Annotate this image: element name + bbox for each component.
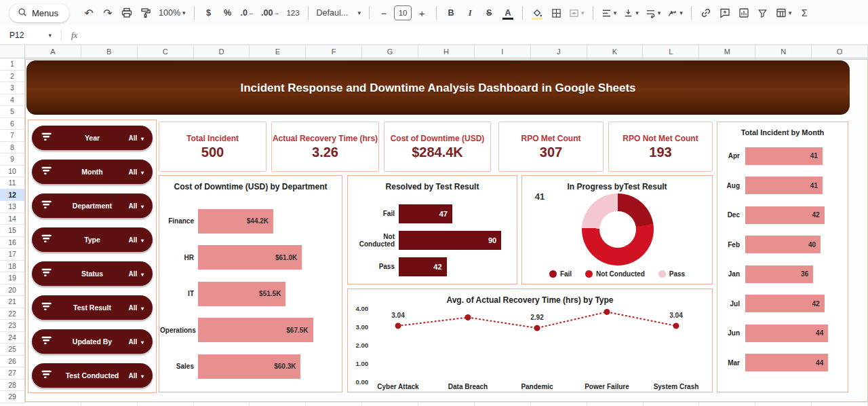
row-header-3[interactable]: 3 (0, 82, 25, 94)
column-header-E[interactable]: E (250, 45, 306, 58)
paint-format-button[interactable] (137, 4, 155, 22)
column-header-L[interactable]: L (643, 45, 699, 58)
kpi-card-actual-recovery-time-hrs-[interactable]: Actual Recovery Time (hrs)3.26 (271, 122, 379, 172)
horizontal-align-button[interactable]: ▾ (599, 4, 620, 22)
row-header-20[interactable]: 20 (0, 284, 25, 297)
filter-all-dropdown[interactable]: All ▾ (128, 372, 144, 380)
format-currency-button[interactable]: $ (200, 4, 218, 22)
row-header-28[interactable]: 28 (0, 380, 25, 392)
increase-decimal-button[interactable]: .00→ (258, 4, 282, 22)
filter-all-dropdown[interactable]: All ▾ (128, 270, 144, 278)
name-box[interactable]: P12 ▾ (0, 31, 58, 40)
column-header-C[interactable]: C (138, 45, 194, 58)
column-header-M[interactable]: M (699, 45, 755, 58)
merge-cells-button[interactable]: ▾ (566, 4, 587, 22)
column-header-B[interactable]: B (81, 45, 138, 58)
format-percent-button[interactable]: % (219, 4, 237, 22)
redo-button[interactable]: ↷ (99, 4, 117, 22)
kpi-card-cost-of-downtime-usd-[interactable]: Cost of Downtime (USD)$284.4K (384, 122, 491, 172)
filter-all-dropdown[interactable]: All ▾ (128, 338, 144, 346)
filter-all-dropdown[interactable]: All ▾ (128, 134, 144, 142)
column-header-K[interactable]: K (587, 45, 644, 58)
print-button[interactable] (118, 4, 136, 22)
filter-all-dropdown[interactable]: All ▾ (128, 236, 144, 244)
insert-chart-button[interactable] (735, 4, 753, 22)
row-header-13[interactable]: 13 (0, 201, 25, 213)
filter-pill-test-conducted[interactable]: Test ConductedAll ▾ (32, 363, 153, 388)
font-size-input[interactable]: 10 (394, 5, 412, 20)
filter-pill-status[interactable]: StatusAll ▾ (32, 261, 153, 286)
row-header-11[interactable]: 11 (0, 177, 25, 189)
row-header-23[interactable]: 23 (0, 320, 25, 332)
column-header-A[interactable]: A (25, 45, 81, 58)
number-format-button[interactable]: 123 (283, 4, 302, 22)
insert-link-button[interactable] (697, 4, 715, 22)
insert-comment-button[interactable] (716, 4, 734, 22)
menus-button[interactable]: Menus (9, 4, 69, 22)
filter-all-dropdown[interactable]: All ▾ (128, 168, 144, 176)
text-rotation-button[interactable]: A ▾ (665, 4, 686, 22)
strikethrough-button[interactable]: S (480, 4, 498, 22)
decrease-decimal-button[interactable]: .0← (238, 4, 257, 22)
select-all-corner[interactable] (0, 45, 25, 58)
row-header-16[interactable]: 16 (0, 237, 25, 249)
column-header-H[interactable]: H (418, 45, 475, 58)
borders-button[interactable] (547, 4, 565, 22)
incident-by-month-chart[interactable]: Total Incident by Month Apr41Aug41Dec42F… (717, 122, 848, 392)
row-header-17[interactable]: 17 (0, 248, 25, 261)
column-header-J[interactable]: J (531, 45, 587, 58)
column-header-F[interactable]: F (306, 45, 362, 58)
row-header-14[interactable]: 14 (0, 213, 25, 225)
column-header-N[interactable]: N (755, 45, 812, 58)
increase-font-size-button[interactable]: + (413, 4, 431, 22)
in-progress-donut-chart[interactable]: In Progress byTest Result 38 90 41 FailN… (521, 175, 713, 284)
font-select[interactable]: Defaul...▾ (314, 4, 364, 22)
column-header-D[interactable]: D (194, 45, 250, 58)
row-header-27[interactable]: 27 (0, 367, 25, 380)
fill-color-button[interactable] (528, 4, 546, 22)
decrease-font-size-button[interactable]: − (375, 4, 393, 22)
row-header-4[interactable]: 4 (0, 94, 25, 107)
row-header-8[interactable]: 8 (0, 142, 25, 154)
filter-all-dropdown[interactable]: All ▾ (128, 202, 144, 210)
row-header-26[interactable]: 26 (0, 356, 25, 368)
row-header-18[interactable]: 18 (0, 261, 25, 273)
kpi-card-rpo-not-met-count[interactable]: RPO Not Met Count193 (608, 122, 713, 172)
filter-pill-updated-by[interactable]: Updated ByAll ▾ (32, 329, 153, 354)
zoom-select[interactable]: 100%▾ (156, 4, 189, 22)
dept-cost-chart[interactable]: Cost of Downtime (USD) by Department Fin… (159, 175, 342, 392)
row-header-19[interactable]: 19 (0, 272, 25, 284)
row-header-22[interactable]: 22 (0, 308, 25, 320)
text-color-button[interactable]: A (499, 4, 517, 22)
kpi-card-total-incident[interactable]: Total Incident500 (159, 122, 267, 172)
vertical-align-button[interactable]: ▾ (620, 4, 642, 22)
row-header-6[interactable]: 6 (0, 118, 25, 130)
row-header-15[interactable]: 15 (0, 225, 25, 237)
column-header-G[interactable]: G (362, 45, 418, 58)
filter-all-dropdown[interactable]: All ▾ (128, 304, 144, 312)
row-header-2[interactable]: 2 (0, 71, 25, 83)
undo-button[interactable]: ↶ (80, 4, 98, 22)
row-header-21[interactable]: 21 (0, 296, 25, 308)
row-header-25[interactable]: 25 (0, 344, 25, 356)
recovery-time-line-chart[interactable]: Avg. of Actual Recovery Time (hrs) by Ty… (347, 289, 713, 392)
functions-button[interactable]: Σ (795, 4, 813, 22)
resolved-chart[interactable]: Resolved by Test Result Fail47Not Conduc… (347, 175, 517, 284)
bold-button[interactable]: B (442, 4, 460, 22)
row-header-7[interactable]: 7 (0, 130, 25, 142)
text-wrap-button[interactable]: ▾ (643, 4, 664, 22)
filter-pill-test-result[interactable]: Test ResultAll ▾ (32, 295, 153, 320)
row-header-5[interactable]: 5 (0, 106, 25, 118)
filter-pill-year[interactable]: YearAll ▾ (32, 126, 153, 150)
kpi-card-rpo-met-count[interactable]: RPO Met Count307 (498, 122, 604, 172)
row-header-10[interactable]: 10 (0, 166, 25, 178)
create-filter-button[interactable] (754, 4, 772, 22)
column-header-I[interactable]: I (475, 45, 531, 58)
row-header-24[interactable]: 24 (0, 332, 25, 344)
row-header-1[interactable]: 1 (0, 58, 25, 71)
row-header-12[interactable]: 12 (0, 189, 25, 202)
filter-pill-type[interactable]: TypeAll ▾ (32, 227, 153, 252)
filter-pill-month[interactable]: MonthAll ▾ (32, 160, 153, 184)
italic-button[interactable]: I (461, 4, 479, 22)
table-tools-button[interactable]: ▾ (773, 4, 795, 22)
